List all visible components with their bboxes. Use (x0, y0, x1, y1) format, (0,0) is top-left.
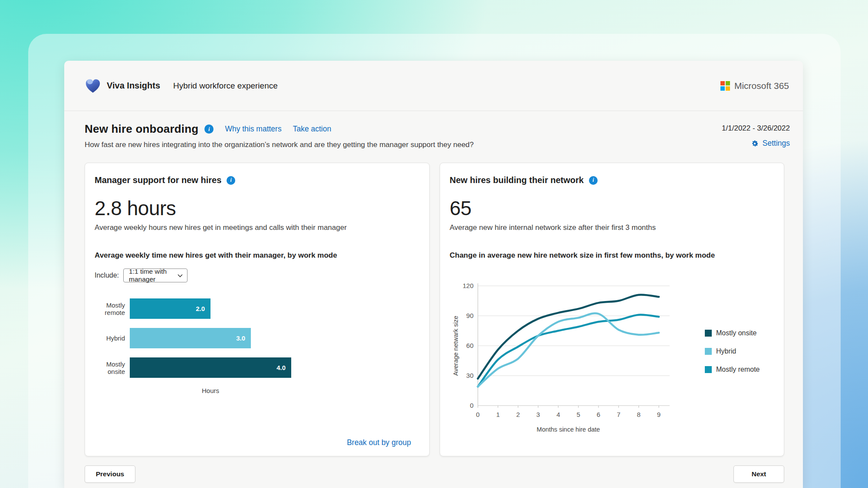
legend-label: Mostly remote (716, 366, 760, 373)
bar-chart-title: Average weekly time new hires get with t… (95, 251, 419, 260)
ms-square-green (726, 81, 730, 85)
x-tick-label: 5 (576, 411, 580, 418)
bar: 3.0 (130, 328, 251, 348)
x-tick-label: 2 (516, 411, 519, 418)
ms-label: Microsoft 365 (734, 81, 789, 91)
bar-value-label: 3.0 (236, 334, 245, 342)
ms-square-blue (720, 86, 725, 91)
dropdown-value: 1:1 time with manager (129, 268, 178, 283)
legend-swatch (705, 330, 712, 337)
microsoft-logo-icon (720, 81, 730, 91)
y-tick-label: 120 (463, 282, 473, 289)
bar-row: Hybrid3.0 (95, 328, 419, 348)
manager-support-card: Manager support for new hires i 2.8 hour… (85, 163, 430, 456)
page-subtitle: How fast are new hires integrating into … (85, 141, 474, 149)
app-header: Viva Insights Hybrid workforce experienc… (64, 61, 803, 111)
legend-label: Mostly onsite (716, 329, 756, 337)
card-title: Manager support for new hires (95, 175, 221, 185)
ms-square-red (720, 81, 725, 85)
bar-track: 4.0 (130, 357, 291, 378)
brand: Viva Insights Hybrid workforce experienc… (85, 78, 278, 94)
x-tick-label: 9 (657, 411, 661, 418)
legend-swatch (705, 348, 712, 355)
card-title: New hires building their network (450, 175, 584, 185)
bar: 2.0 (130, 298, 210, 319)
viva-insights-logo (85, 78, 101, 94)
bar-category-label: Hybrid (95, 334, 125, 342)
info-icon[interactable]: i (227, 176, 235, 185)
brand-name: Viva Insights (107, 81, 160, 91)
x-tick-label: 6 (597, 411, 600, 418)
info-icon[interactable]: i (204, 124, 214, 134)
include-label: Include: (95, 272, 119, 279)
product-name: Hybrid workforce experience (173, 81, 278, 91)
bar: 4.0 (130, 357, 291, 378)
bar-track: 3.0 (130, 328, 291, 348)
bar-track: 2.0 (130, 298, 291, 319)
previous-button[interactable]: Previous (85, 465, 135, 483)
bar-chart: Mostly remote2.0Hybrid3.0Mostly onsite4.… (95, 298, 419, 394)
kpi-description: Average weekly hours new hires get in me… (95, 223, 419, 232)
x-tick-label: 0 (476, 411, 480, 418)
bar-axis-label: Hours (130, 387, 291, 394)
y-tick-label: 90 (466, 312, 473, 319)
legend-item: Hybrid (705, 347, 760, 355)
microsoft-365-logo: Microsoft 365 (720, 81, 789, 91)
legend-item: Mostly remote (705, 366, 760, 373)
y-tick-label: 30 (466, 372, 473, 379)
include-dropdown[interactable]: 1:1 time with manager (123, 269, 187, 282)
glass-panel: Viva Insights Hybrid workforce experienc… (28, 34, 841, 488)
page-head: New hire onboarding i Why this matters T… (64, 111, 803, 149)
y-axis-title: Average netwark size (452, 316, 459, 376)
next-button[interactable]: Next (733, 465, 784, 483)
network-card: New hires building their network i 65 Av… (440, 163, 784, 456)
line-chart-plot: 03060901200123456789Months since hire da… (452, 278, 688, 443)
gear-icon (750, 139, 759, 148)
break-out-by-group-link[interactable]: Break out by group (347, 438, 411, 447)
page-title: New hire onboarding (85, 122, 198, 136)
kpi-value: 65 (450, 197, 773, 220)
desktop-background: Viva Insights Hybrid workforce experienc… (0, 0, 868, 488)
kpi-value: 2.8 hours (95, 197, 419, 220)
bar-category-label: Mostly onsite (95, 360, 125, 375)
settings-link[interactable]: Settings (763, 139, 790, 148)
take-action-link[interactable]: Take action (293, 124, 332, 134)
line-chart: 03060901200123456789Months since hire da… (452, 278, 760, 443)
bar-value-label: 4.0 (276, 364, 286, 371)
info-icon[interactable]: i (589, 176, 598, 185)
legend-label: Hybrid (716, 347, 736, 355)
x-tick-label: 8 (637, 411, 640, 418)
chart-legend: Mostly onsiteHybridMostly remote (705, 329, 760, 443)
bar-row: Mostly onsite4.0 (95, 357, 419, 378)
settings-control[interactable]: Settings (722, 139, 790, 148)
chevron-down-icon (178, 274, 183, 277)
date-range: 1/1/2022 - 3/26/2022 (722, 124, 790, 133)
app-window: Viva Insights Hybrid workforce experienc… (64, 61, 803, 488)
why-this-matters-link[interactable]: Why this matters (225, 124, 281, 134)
y-tick-label: 0 (470, 402, 473, 409)
bar-category-label: Mostly remote (95, 301, 125, 316)
x-tick-label: 4 (556, 411, 560, 418)
x-axis-title: Months since hire date (537, 426, 600, 433)
page-head-left: New hire onboarding i Why this matters T… (85, 122, 474, 149)
x-tick-label: 7 (617, 411, 620, 418)
kpi-description: Average new hire internal network size a… (450, 223, 773, 232)
bar-value-label: 2.0 (196, 305, 205, 312)
x-tick-label: 3 (536, 411, 540, 418)
page-head-right: 1/1/2022 - 3/26/2022 Settings (722, 122, 790, 149)
line-chart-title: Change in average new hire network size … (450, 251, 773, 260)
legend-item: Mostly onsite (705, 329, 760, 337)
bar-row: Mostly remote2.0 (95, 298, 419, 319)
y-tick-label: 60 (466, 342, 473, 349)
legend-swatch (705, 366, 712, 373)
x-tick-label: 1 (496, 411, 500, 418)
ms-square-yellow (726, 86, 730, 91)
